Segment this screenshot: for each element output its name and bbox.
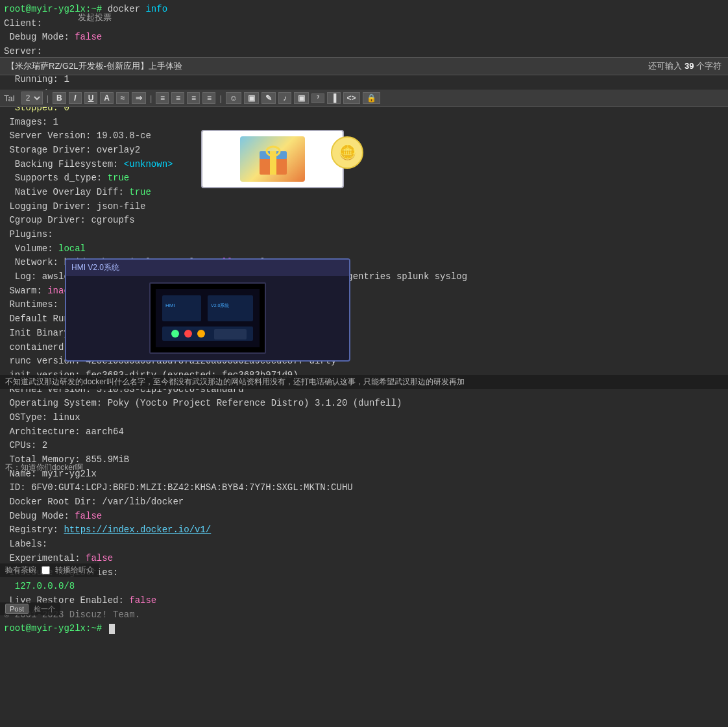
terminal-line-server-version: Server Version: 19.03.8-ce xyxy=(4,129,724,143)
lock-button[interactable]: 🔒 xyxy=(363,92,380,104)
bottom-overlay-2: 不：知道你们docker啊 xyxy=(0,461,88,474)
image-button[interactable]: ▣ xyxy=(244,92,259,104)
hmi-title: HMI V2.0系统 xyxy=(71,263,119,272)
svg-point-11 xyxy=(184,330,192,338)
terminal-line-insecure-reg: Insecure Registries: xyxy=(4,566,724,580)
toolbar-label: Tal xyxy=(4,93,15,103)
hmi-display: HMI V2.0系统 xyxy=(149,282,266,354)
terminal-line-images: Images: 1 xyxy=(4,116,724,130)
bottom-text-2: 不：知道你们docker啊 xyxy=(5,463,83,472)
bottom3-label: 验有茶碗 xyxy=(5,565,36,576)
bottom4-extra: 检一个 xyxy=(34,604,55,614)
terminal-line-logging-driver: Logging Driver: json-file xyxy=(4,200,724,214)
editor-toolbar[interactable]: Tal 2 | B I U A ≈ ⇒ | ≡ ≡ ≡ ≡ | ☺ ▣ ✎ ♪ … xyxy=(0,90,728,107)
emoji-button[interactable]: ☺ xyxy=(226,92,241,104)
terminal-line-backing-fs: Backing Filesystem: <unknown> xyxy=(4,158,724,172)
hmi-screen-svg: HMI V2.0系统 xyxy=(156,289,260,347)
terminal-line-debug2: Debug Mode: false xyxy=(4,510,724,524)
terminal-line-cgroup-driver: Cgroup Driver: cgroupfs xyxy=(4,214,724,228)
underline-button[interactable]: U xyxy=(84,92,98,104)
terminal-line-footer: © 2001-2023 Discuz! Team. xyxy=(4,608,724,622)
terminal-line-ostype: OSType: linux xyxy=(4,411,724,425)
bold-button[interactable]: B xyxy=(53,92,66,104)
broadcast-checkbox[interactable] xyxy=(42,566,50,574)
terminal-cursor xyxy=(109,624,115,634)
svg-rect-6 xyxy=(208,295,253,321)
char-count-num: 39 xyxy=(685,61,694,71)
vote-label[interactable]: 发起投票 xyxy=(78,12,112,22)
terminal-line-native-overlay: Native Overlay Diff: true xyxy=(4,186,724,200)
hmi-popup-card: HMI V2.0系统 HMI V2.0系统 xyxy=(65,258,350,362)
gift-illustration xyxy=(247,140,298,179)
align-left[interactable]: ≡ xyxy=(156,92,169,104)
terminal-line-client: Client: xyxy=(4,17,724,31)
link-button[interactable]: ✎ xyxy=(261,92,276,104)
terminal-line-storage-driver: Storage Driver: overlay2 xyxy=(4,143,724,158)
banner-bar: 【米尔瑞萨RZ/G2L开发板-创新应用】上手体验 还可输入 39 个字符 xyxy=(0,57,728,75)
terminal-line-name: Name: myir-yg2lx xyxy=(4,467,724,482)
terminal-line-volume: Volume: local xyxy=(4,242,724,256)
svg-point-12 xyxy=(197,330,205,338)
terminal-line-labels: Labels: xyxy=(4,537,724,552)
table-button[interactable]: ▣ xyxy=(294,92,309,104)
hmi-card-body: HMI V2.0系统 xyxy=(66,276,349,360)
bottom-overlay-4: Post 检一个 xyxy=(0,602,60,615)
align-right[interactable]: ≡ xyxy=(187,92,200,104)
terminal-line-id: ID: 6FV0:GUT4:LCPJ:BRFD:MLZI:BZ42:KHSA:B… xyxy=(4,481,724,495)
font-size-select[interactable]: 2 xyxy=(21,92,43,105)
hmi-card-header: HMI V2.0系统 xyxy=(66,260,349,276)
svg-text:HMI: HMI xyxy=(165,302,175,308)
svg-rect-5 xyxy=(162,295,201,321)
format-btn1[interactable]: ≈ xyxy=(116,92,129,104)
terminal-line-experimental: Experimental: false xyxy=(4,552,724,566)
terminal-line-os: Operating System: Poky (Yocto Project Re… xyxy=(4,397,724,411)
vote-overlay: 发起投票 xyxy=(78,12,112,23)
banner-title: 【米尔瑞萨RZ/G2L开发板-创新应用】上手体验 xyxy=(6,60,182,72)
align-justify[interactable]: ≡ xyxy=(202,92,215,104)
card-image xyxy=(240,136,305,182)
svg-rect-13 xyxy=(214,329,247,339)
svg-point-10 xyxy=(171,330,179,338)
color-button[interactable]: A xyxy=(100,92,114,104)
bottom-overlay-3: 验有茶碗 转播给听众 xyxy=(0,563,99,577)
terminal-line-debug1: Debug Mode: false xyxy=(4,31,724,45)
code-button[interactable]: <> xyxy=(343,92,360,104)
terminal-line-prompt2: root@myir-yg2lx:~# xyxy=(4,622,724,636)
banner-char-count: 还可输入 39 个字符 xyxy=(648,60,722,72)
broadcast-label: 转播给听众 xyxy=(55,565,94,576)
terminal-line-docker-root: Docker Root Dir: /var/lib/docker xyxy=(4,495,724,510)
post-button[interactable]: Post xyxy=(5,604,29,614)
terminal-line-insecure-ip: 127.0.0.0/8 xyxy=(4,580,724,594)
terminal-line-prompt1: root@myir-yg2lx:~# docker info xyxy=(4,3,724,17)
italic-button[interactable]: I xyxy=(69,92,82,104)
special-btn1[interactable]: ⁷ xyxy=(311,93,324,103)
special-btn2[interactable]: ▐ xyxy=(327,92,341,104)
svg-text:V2.0系统: V2.0系统 xyxy=(211,303,229,308)
terminal-line-arch: Architecture: aarch64 xyxy=(4,425,724,439)
terminal-line-plugins: Plugins: xyxy=(4,228,724,242)
terminal-line-memory: Total Memory: 855.9MiB xyxy=(4,453,724,467)
terminal-line-cpus: CPUs: 2 xyxy=(4,439,724,453)
media-button[interactable]: ♪ xyxy=(278,92,291,104)
terminal-line-registry: Registry: https://index.docker.io/v1/ xyxy=(4,523,724,537)
bottom-overlay-1: 不知道武汉那边研发的docker叫什么名字，至今都没有武汉那边的网站资料用没有，… xyxy=(0,375,728,389)
image-popup-card xyxy=(201,130,344,188)
bottom-text-1: 不知道武汉那边研发的docker叫什么名字，至今都没有武汉那边的网站资料用没有，… xyxy=(5,377,465,386)
cmd-info: info xyxy=(145,4,167,14)
format-btn2[interactable]: ⇒ xyxy=(132,92,146,104)
align-center[interactable]: ≡ xyxy=(171,92,184,104)
coin-icon: 🪙 xyxy=(331,136,363,169)
terminal-line-live-restore: Live Restore Enabled: false xyxy=(4,594,724,608)
terminal-line-dtype: Supports d_type: true xyxy=(4,171,724,186)
